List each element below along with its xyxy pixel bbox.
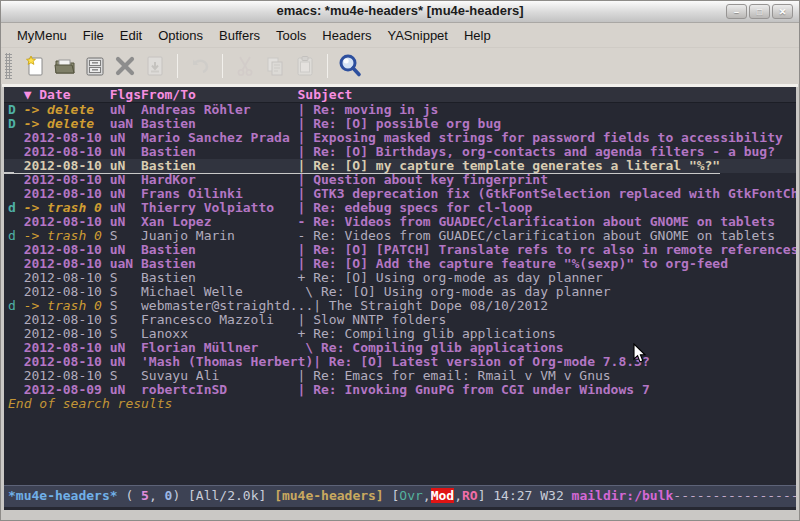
toolbar-paste[interactable] [290, 52, 320, 80]
flags-field: S [110, 271, 141, 285]
message-row[interactable]: D-> deleteuaNBastien| Re: [O] possible o… [4, 117, 796, 131]
message-row[interactable]: 2012-08-10uNBastien| Re: [O] [PATCH] Tra… [4, 243, 796, 257]
emacs-window: emacs: *mu4e-headers* [mu4e-headers] –□✕… [0, 0, 800, 521]
date-field: 2012-08-10 [24, 145, 110, 159]
message-row[interactable]: 2012-08-10uNHardKor| Question about key … [4, 173, 796, 187]
message-row[interactable]: 2012-08-09uNrobertcInSD| Re: Invoking Gn… [4, 383, 796, 397]
menu-headers[interactable]: Headers [314, 25, 379, 46]
message-row[interactable]: 2012-08-10uNFrans Oilinki| GTK3 deprecat… [4, 187, 796, 201]
message-row[interactable]: 2012-08-10uNMario Sanchez Prada| Exposin… [4, 131, 796, 145]
from-field: Bastien [141, 117, 298, 131]
toolbar-close-buffer[interactable] [110, 52, 140, 80]
modeline-segment: 14:27 W32 [493, 488, 571, 503]
message-row[interactable]: 2012-08-10uNFlorian Müllner \ Re: Compil… [4, 341, 796, 355]
message-row[interactable]: 2012-08-10uNXan Lopez- Re: Videos from G… [4, 215, 796, 229]
message-row-text: 2012-08-10uN'Mash (Thomas Herbert)| Re: … [8, 355, 650, 369]
date-field: 2012-08-10 [24, 159, 110, 173]
message-row-text: 2012-08-10uNBastien| Re: [O] my capture … [8, 159, 720, 173]
toolbar-save-as[interactable] [140, 52, 170, 80]
from-field: Bastien [141, 243, 298, 257]
message-row[interactable]: 2012-08-10uNBastien| Re: [O] Birthdays, … [4, 145, 796, 159]
save-as-icon [143, 54, 167, 78]
mu4e-headers-buffer[interactable]: ▼ DateFlgsFrom/ToSubject D-> deleteuNAnd… [4, 87, 796, 510]
menu-mymenu[interactable]: MyMenu [9, 25, 75, 46]
from-field: Xan Lopez [141, 215, 298, 229]
menu-options[interactable]: Options [150, 25, 211, 46]
close-icon [113, 54, 137, 78]
message-row[interactable]: d-> trash 0uNThierry Volpiatto| Re: edeb… [4, 201, 796, 215]
message-row[interactable]: 2012-08-10SBastien+ Re: [O] Using org-mo… [4, 271, 796, 285]
date-field: 2012-08-10 [24, 369, 110, 383]
toolbar-save[interactable] [80, 52, 110, 80]
message-list: D-> deleteuNAndreas Röhler| Re: moving i… [4, 103, 796, 397]
flags-field: S [110, 327, 141, 341]
menu-edit[interactable]: Edit [112, 25, 150, 46]
flags-field: uN [110, 145, 141, 159]
message-row[interactable]: 2012-08-10uN'Mash (Thomas Herbert)| Re: … [4, 355, 796, 369]
message-row[interactable]: d-> trash 0Swebmaster@straightd...| The … [4, 299, 796, 313]
toolbar-search[interactable] [335, 52, 365, 80]
mark-indicator: d [8, 299, 24, 313]
message-row-text: 2012-08-10uaNBastien| Re: [O] Add the ca… [8, 257, 728, 271]
from-field: Andreas Röhler [141, 103, 298, 117]
undo-icon [188, 54, 212, 78]
subject-field: | Question about key fingerprint [298, 173, 548, 187]
subject-field: | Re: [O] my capture template generates … [298, 159, 721, 173]
menu-help[interactable]: Help [456, 25, 499, 46]
subject-field: | Re: [O] Birthdays, org-contacts and ag… [298, 145, 775, 159]
close-button[interactable]: ✕ [772, 4, 793, 19]
message-row-text: d-> trash 0Swebmaster@straightd...| The … [8, 299, 548, 313]
toolbar-open-folder[interactable] [50, 52, 80, 80]
modeline-segment: Mod [431, 488, 454, 503]
message-row-text: 2012-08-10uNBastien| Re: [O] [PATCH] Tra… [8, 243, 796, 257]
message-row-text: d-> trash 0SJuanjo Marin- Re: Videos fro… [8, 229, 775, 243]
date-field: 2012-08-10 [24, 243, 110, 257]
minimize-button[interactable]: – [726, 4, 747, 19]
message-row[interactable]: 2012-08-10SFrancesco Mazzoli| Slow NNTP … [4, 313, 796, 327]
maximize-button[interactable]: □ [749, 4, 770, 19]
subject-field: \ Re: Compiling glib applications [298, 341, 564, 355]
message-row[interactable]: 2012-08-10SSuvayu Ali| Re: Emacs for ema… [4, 369, 796, 383]
date-field: -> trash 0 [24, 201, 110, 215]
toolbar-copy[interactable] [260, 52, 290, 80]
date-field: 2012-08-10 [24, 257, 110, 271]
menu-file[interactable]: File [75, 25, 112, 46]
from-field: HardKor [141, 173, 298, 187]
modeline-segment: , [423, 488, 431, 503]
message-row-text: D-> deleteuaNBastien| Re: [O] possible o… [8, 117, 501, 131]
titlebar[interactable]: emacs: *mu4e-headers* [mu4e-headers] –□✕ [1, 1, 799, 23]
from-field: Suvayu Ali [141, 369, 298, 383]
mark-indicator: d [8, 201, 24, 215]
message-row[interactable]: 2012-08-10SMichael Welle \ Re: [O] Using… [4, 285, 796, 299]
menu-tools[interactable]: Tools [268, 25, 314, 46]
subject-field: | Re: edebug specs for cl-loop [298, 201, 533, 215]
modeline-segment: ----------------------------- [673, 488, 796, 503]
menu-yasnippet[interactable]: YASnippet [379, 25, 455, 46]
toolbar-cut[interactable] [230, 52, 260, 80]
subject-field: | GTK3 deprecation fix (GtkFontSelection… [298, 187, 796, 201]
menu-buffers[interactable]: Buffers [211, 25, 268, 46]
modeline-segment: Ovr [399, 488, 422, 503]
toolbar-drag-handle[interactable] [5, 53, 12, 79]
message-row[interactable]: 2012-08-10uNBastien| Re: [O] my capture … [4, 159, 796, 173]
message-row[interactable]: 2012-08-10SLanoxx+ Re: Compiling glib ap… [4, 327, 796, 341]
message-row[interactable]: 2012-08-10uaNBastien| Re: [O] Add the ca… [4, 257, 796, 271]
toolbar-new-file[interactable] [20, 52, 50, 80]
toolbar-separator [222, 54, 223, 78]
subject-field: | Re: Invoking GnuPG from CGI under Wind… [298, 383, 650, 397]
modeline-segment: ) [172, 488, 188, 503]
message-row-text: D-> deleteuNAndreas Röhler| Re: moving i… [8, 103, 438, 117]
message-row-text: 2012-08-09uNrobertcInSD| Re: Invoking Gn… [8, 383, 650, 397]
from-field: webmaster@straightd... [141, 299, 313, 313]
flags-field: uaN [110, 257, 141, 271]
flags-field: uN [110, 355, 141, 369]
message-row[interactable]: D-> deleteuNAndreas Röhler| Re: moving i… [4, 103, 796, 117]
message-row[interactable]: d-> trash 0SJuanjo Marin- Re: Videos fro… [4, 229, 796, 243]
date-field: 2012-08-10 [24, 285, 110, 299]
toolbar-undo[interactable] [185, 52, 215, 80]
modeline-segment: [mu4e-headers] [274, 488, 391, 503]
from-field: Lanoxx [141, 327, 298, 341]
message-row-text: 2012-08-10uNFrans Oilinki| GTK3 deprecat… [8, 187, 796, 201]
flags-field: uN [110, 383, 141, 397]
mark-indicator: d [8, 229, 24, 243]
